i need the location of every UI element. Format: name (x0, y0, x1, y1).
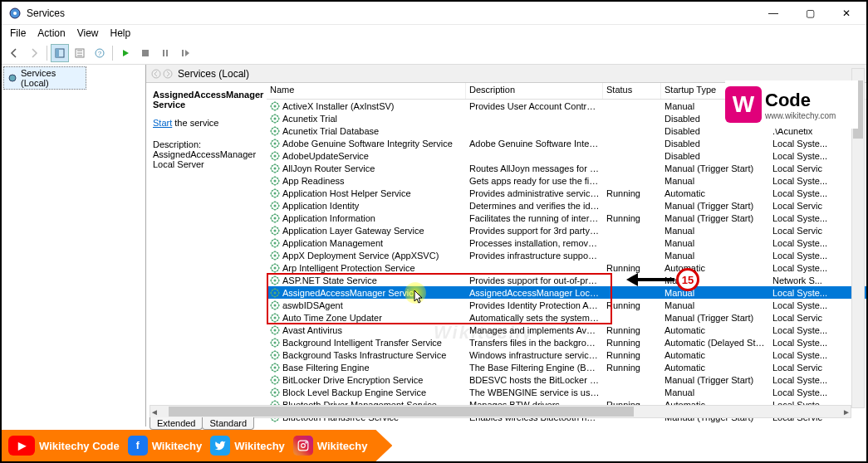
svg-point-17 (274, 117, 277, 119)
start-service-link[interactable]: Start (153, 118, 172, 128)
detail-service-name: AssignedAccessManager Service (153, 90, 260, 110)
left-tree-pane: Services (Local) (2, 65, 146, 426)
service-gear-icon (270, 425, 280, 426)
services-app-icon (8, 7, 22, 20)
svg-point-13 (164, 70, 172, 78)
close-button[interactable]: ✕ (828, 2, 865, 24)
social-youtube[interactable]: ▶ Wikitechy Code (8, 436, 120, 456)
svg-point-12 (152, 70, 160, 78)
service-gear-icon (270, 213, 280, 223)
service-gear-icon (270, 251, 280, 261)
pause-service-button[interactable] (156, 44, 174, 62)
services-icon (7, 73, 17, 83)
social-facebook[interactable]: f Wikitechy (128, 436, 203, 456)
svg-point-55 (274, 353, 277, 356)
service-row[interactable]: BitLocker Drive Encryption ServiceBDESVC… (267, 373, 866, 386)
svg-point-1 (13, 12, 17, 15)
svg-point-27 (274, 179, 277, 182)
service-row[interactable]: Base Filtering EngineThe Base Filtering … (267, 361, 866, 373)
service-row[interactable]: Arp Intelligent Protection ServiceRunnin… (267, 261, 866, 274)
annotation-arrow (633, 278, 674, 281)
brand-icon: W (725, 86, 762, 123)
svg-point-41 (274, 266, 277, 269)
tab-extended[interactable]: Extended (150, 417, 203, 430)
nav-back-icon[interactable] (151, 69, 161, 79)
service-list-pane: Name Description Status Startup Type Log… (267, 83, 866, 426)
brand-name: Code (765, 90, 836, 111)
service-row[interactable]: Application Layer Gateway ServiceProvide… (267, 224, 866, 236)
service-gear-icon (270, 263, 280, 273)
svg-rect-3 (56, 49, 59, 57)
svg-point-31 (274, 204, 277, 207)
back-button[interactable] (5, 44, 23, 62)
col-status[interactable]: Status (603, 83, 661, 99)
svg-point-72 (306, 442, 306, 443)
service-row[interactable]: Background Intelligent Transfer ServiceT… (267, 336, 866, 348)
svg-point-71 (302, 444, 306, 448)
detail-desc-text: AssignedAccessManager Local Server (153, 149, 260, 169)
view-tabs: Extended Standard (150, 417, 253, 430)
maximize-button[interactable]: ▢ (792, 2, 828, 24)
annotation-arrow-head (626, 273, 638, 286)
service-gear-icon (270, 201, 280, 211)
tree-services-local[interactable]: Services (Local) (3, 66, 86, 90)
service-gear-icon (270, 387, 280, 397)
service-row[interactable]: AdobeUpdateServiceDisabledLocal Syste... (267, 149, 866, 162)
social-twitter[interactable]: Wikitechy (210, 436, 285, 456)
service-row[interactable]: AppX Deployment Service (AppXSVC)Provide… (267, 249, 866, 261)
restart-service-button[interactable] (176, 44, 194, 62)
detail-desc-label: Description: (153, 139, 260, 149)
export-list-button[interactable] (71, 44, 89, 62)
stop-service-button[interactable] (136, 44, 154, 62)
svg-point-11 (9, 75, 16, 81)
svg-point-21 (274, 142, 277, 144)
menu-help[interactable]: Help (105, 26, 136, 41)
menu-file[interactable]: File (5, 26, 31, 41)
annotation-red-box (267, 273, 612, 324)
svg-point-39 (274, 254, 277, 256)
svg-point-37 (274, 241, 277, 244)
service-row[interactable]: Bluetooth Support ServiceThe Bluetooth s… (267, 423, 866, 425)
svg-point-61 (274, 391, 277, 393)
horizontal-scrollbar[interactable]: ◄ ► (150, 405, 851, 418)
service-gear-icon (270, 151, 280, 161)
service-row[interactable]: Avast AntivirusManages and implements Av… (267, 324, 866, 336)
svg-rect-9 (166, 50, 168, 56)
facebook-icon: f (128, 436, 148, 456)
service-row[interactable]: AllJoyn Router ServiceRoutes AllJoyn mes… (267, 162, 866, 174)
service-list-body[interactable]: ActiveX Installer (AxInstSV)Provides Use… (267, 100, 866, 425)
menu-action[interactable]: Action (32, 26, 70, 41)
service-row[interactable]: Adobe Genuine Software Integrity Service… (267, 137, 866, 149)
service-row[interactable]: Application ManagementProcesses installa… (267, 236, 866, 249)
social-instagram[interactable]: Wikitechy (293, 436, 368, 456)
svg-point-25 (274, 167, 277, 169)
col-description[interactable]: Description (466, 83, 603, 99)
service-gear-icon (270, 375, 280, 385)
service-gear-icon (270, 139, 280, 149)
minimize-button[interactable]: — (755, 2, 792, 24)
service-row[interactable]: Application Host Helper ServiceProvides … (267, 187, 866, 199)
menu-view[interactable]: View (72, 26, 104, 41)
svg-rect-7 (142, 50, 149, 56)
service-gear-icon (270, 163, 280, 173)
service-row[interactable]: Background Tasks Infrastructure ServiceW… (267, 348, 866, 361)
service-row[interactable]: Application IdentityDetermines and verif… (267, 199, 866, 212)
col-name[interactable]: Name (267, 83, 466, 99)
forward-button[interactable] (25, 44, 43, 62)
svg-rect-10 (182, 50, 184, 56)
service-gear-icon (270, 363, 280, 373)
h-scrollbar-thumb[interactable] (169, 407, 634, 417)
service-row[interactable]: Application InformationFacilitates the r… (267, 212, 866, 224)
detail-pane: AssignedAccessManager Service Start the … (146, 83, 267, 426)
help-button[interactable]: ? (91, 44, 109, 62)
right-pane-title: Services (Local) (178, 68, 249, 80)
start-service-button[interactable] (116, 44, 135, 62)
svg-point-57 (274, 366, 277, 368)
nav-forward-icon[interactable] (163, 69, 173, 79)
brand-url: www.wikitechy.com (765, 111, 836, 120)
show-hide-tree-button[interactable] (51, 44, 69, 62)
service-row[interactable]: Block Level Backup Engine ServiceThe WBE… (267, 386, 866, 398)
service-row[interactable]: App ReadinessGets apps ready for use the… (267, 174, 866, 187)
tab-standard[interactable]: Standard (202, 417, 254, 430)
service-gear-icon (270, 350, 280, 360)
